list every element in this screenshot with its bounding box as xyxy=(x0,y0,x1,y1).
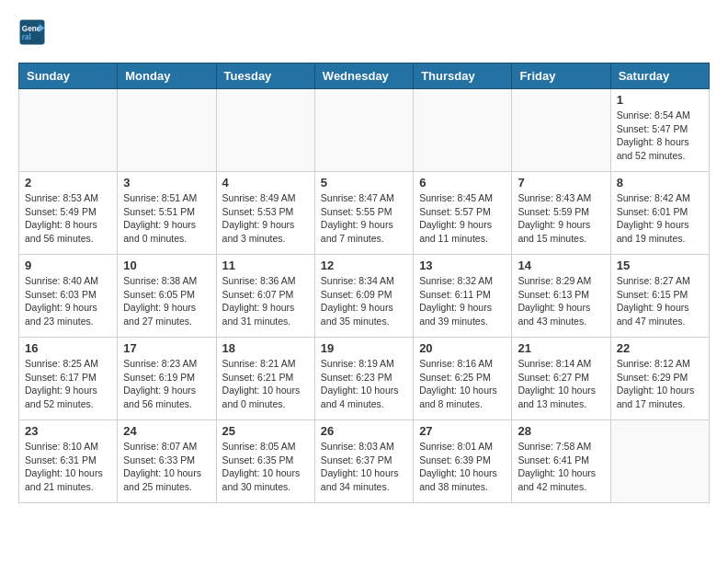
day-number: 14 xyxy=(518,259,604,272)
day-number: 6 xyxy=(419,176,506,190)
day-number: 5 xyxy=(321,176,407,190)
calendar-cell: 19Sunrise: 8:19 AM Sunset: 6:23 PM Dayli… xyxy=(314,338,413,420)
calendar-cell: 3Sunrise: 8:51 AM Sunset: 5:51 PM Daylig… xyxy=(118,172,216,255)
day-number: 4 xyxy=(222,176,309,190)
calendar-cell: 4Sunrise: 8:49 AM Sunset: 5:53 PM Daylig… xyxy=(216,172,314,255)
day-number: 11 xyxy=(222,259,309,272)
day-number: 17 xyxy=(123,341,210,355)
calendar-cell: 2Sunrise: 8:53 AM Sunset: 5:49 PM Daylig… xyxy=(19,172,118,255)
day-info: Sunrise: 8:03 AM Sunset: 6:37 PM Dayligh… xyxy=(321,440,407,494)
calendar-cell: 20Sunrise: 8:16 AM Sunset: 6:25 PM Dayli… xyxy=(414,338,512,420)
day-number: 27 xyxy=(419,424,506,438)
day-info: Sunrise: 8:53 AM Sunset: 5:49 PM Dayligh… xyxy=(25,191,111,246)
day-info: Sunrise: 8:07 AM Sunset: 6:33 PM Dayligh… xyxy=(123,440,210,494)
day-info: Sunrise: 8:29 AM Sunset: 6:13 PM Dayligh… xyxy=(518,274,604,328)
day-number: 19 xyxy=(321,341,407,355)
day-info: Sunrise: 8:36 AM Sunset: 6:07 PM Dayligh… xyxy=(222,274,309,328)
calendar-cell xyxy=(512,89,610,172)
calendar-cell: 24Sunrise: 8:07 AM Sunset: 6:33 PM Dayli… xyxy=(118,420,216,503)
calendar-cell: 27Sunrise: 8:01 AM Sunset: 6:39 PM Dayli… xyxy=(414,420,512,503)
day-info: Sunrise: 8:25 AM Sunset: 6:17 PM Dayligh… xyxy=(25,357,111,411)
calendar-cell: 8Sunrise: 8:42 AM Sunset: 6:01 PM Daylig… xyxy=(610,172,709,255)
day-info: Sunrise: 8:43 AM Sunset: 5:59 PM Dayligh… xyxy=(518,191,604,246)
calendar-cell xyxy=(216,89,314,172)
calendar-cell: 18Sunrise: 8:21 AM Sunset: 6:21 PM Dayli… xyxy=(216,338,314,420)
calendar-cell: 12Sunrise: 8:34 AM Sunset: 6:09 PM Dayli… xyxy=(314,255,413,338)
day-info: Sunrise: 8:05 AM Sunset: 6:35 PM Dayligh… xyxy=(222,440,309,494)
calendar-cell xyxy=(314,89,413,172)
day-number: 18 xyxy=(222,341,309,355)
calendar-cell: 21Sunrise: 8:14 AM Sunset: 6:27 PM Dayli… xyxy=(512,338,610,420)
day-number: 2 xyxy=(25,176,111,190)
day-info: Sunrise: 8:40 AM Sunset: 6:03 PM Dayligh… xyxy=(25,274,111,328)
day-info: Sunrise: 8:49 AM Sunset: 5:53 PM Dayligh… xyxy=(222,191,309,246)
calendar-cell: 25Sunrise: 8:05 AM Sunset: 6:35 PM Dayli… xyxy=(216,420,314,503)
day-number: 7 xyxy=(518,176,604,190)
calendar-cell: 1Sunrise: 8:54 AM Sunset: 5:47 PM Daylig… xyxy=(610,89,709,172)
calendar-cell: 26Sunrise: 8:03 AM Sunset: 6:37 PM Dayli… xyxy=(314,420,413,503)
calendar-cell: 17Sunrise: 8:23 AM Sunset: 6:19 PM Dayli… xyxy=(118,338,216,420)
calendar-cell: 7Sunrise: 8:43 AM Sunset: 5:59 PM Daylig… xyxy=(512,172,610,255)
day-number: 28 xyxy=(518,424,604,438)
calendar-cell: 6Sunrise: 8:45 AM Sunset: 5:57 PM Daylig… xyxy=(414,172,512,255)
day-info: Sunrise: 8:51 AM Sunset: 5:51 PM Dayligh… xyxy=(123,191,210,246)
calendar-cell: 14Sunrise: 8:29 AM Sunset: 6:13 PM Dayli… xyxy=(512,255,610,338)
day-number: 9 xyxy=(25,259,111,272)
calendar-cell xyxy=(118,89,216,172)
calendar-cell: 9Sunrise: 8:40 AM Sunset: 6:03 PM Daylig… xyxy=(19,255,118,338)
day-number: 26 xyxy=(321,424,407,438)
day-number: 24 xyxy=(123,424,210,438)
calendar-cell: 10Sunrise: 8:38 AM Sunset: 6:05 PM Dayli… xyxy=(118,255,216,338)
day-info: Sunrise: 8:38 AM Sunset: 6:05 PM Dayligh… xyxy=(123,274,210,328)
day-info: Sunrise: 8:01 AM Sunset: 6:39 PM Dayligh… xyxy=(419,440,506,494)
day-number: 8 xyxy=(617,176,703,190)
calendar-cell: 5Sunrise: 8:47 AM Sunset: 5:55 PM Daylig… xyxy=(314,172,413,255)
calendar-cell: 11Sunrise: 8:36 AM Sunset: 6:07 PM Dayli… xyxy=(216,255,314,338)
day-number: 25 xyxy=(222,424,309,438)
day-info: Sunrise: 8:12 AM Sunset: 6:29 PM Dayligh… xyxy=(617,357,703,411)
day-number: 10 xyxy=(123,259,210,272)
day-info: Sunrise: 8:34 AM Sunset: 6:09 PM Dayligh… xyxy=(321,274,407,328)
weekday-header-tuesday: Tuesday xyxy=(216,63,314,89)
day-info: Sunrise: 8:19 AM Sunset: 6:23 PM Dayligh… xyxy=(321,357,407,411)
calendar-cell: 15Sunrise: 8:27 AM Sunset: 6:15 PM Dayli… xyxy=(610,255,709,338)
day-number: 1 xyxy=(617,93,703,107)
svg-text:ral: ral xyxy=(22,33,31,41)
calendar-cell: 28Sunrise: 7:58 AM Sunset: 6:41 PM Dayli… xyxy=(512,420,610,503)
day-number: 12 xyxy=(321,259,407,272)
weekday-header-thursday: Thursday xyxy=(414,63,512,89)
day-info: Sunrise: 8:14 AM Sunset: 6:27 PM Dayligh… xyxy=(518,357,604,411)
calendar-cell: 23Sunrise: 8:10 AM Sunset: 6:31 PM Dayli… xyxy=(19,420,118,503)
day-number: 23 xyxy=(25,424,111,438)
day-number: 13 xyxy=(419,259,506,272)
day-info: Sunrise: 8:32 AM Sunset: 6:11 PM Dayligh… xyxy=(419,274,506,328)
calendar-cell xyxy=(414,89,512,172)
day-info: Sunrise: 8:10 AM Sunset: 6:31 PM Dayligh… xyxy=(25,440,111,494)
calendar-cell: 13Sunrise: 8:32 AM Sunset: 6:11 PM Dayli… xyxy=(414,255,512,338)
day-info: Sunrise: 8:21 AM Sunset: 6:21 PM Dayligh… xyxy=(222,357,309,411)
weekday-header-saturday: Saturday xyxy=(610,63,709,89)
day-number: 15 xyxy=(617,259,703,272)
weekday-header-friday: Friday xyxy=(512,63,610,89)
day-info: Sunrise: 8:47 AM Sunset: 5:55 PM Dayligh… xyxy=(321,191,407,246)
weekday-header-monday: Monday xyxy=(118,63,216,89)
day-number: 21 xyxy=(518,341,604,355)
day-info: Sunrise: 8:54 AM Sunset: 5:47 PM Dayligh… xyxy=(617,109,703,163)
svg-text:Gene: Gene xyxy=(22,25,41,33)
day-number: 3 xyxy=(123,176,210,190)
day-info: Sunrise: 8:27 AM Sunset: 6:15 PM Dayligh… xyxy=(617,274,703,328)
calendar: SundayMondayTuesdayWednesdayThursdayFrid… xyxy=(18,63,710,503)
day-number: 22 xyxy=(617,341,703,355)
day-info: Sunrise: 8:16 AM Sunset: 6:25 PM Dayligh… xyxy=(419,357,506,411)
logo-icon: Gene ral xyxy=(18,18,46,46)
day-info: Sunrise: 8:45 AM Sunset: 5:57 PM Dayligh… xyxy=(419,191,506,246)
day-info: Sunrise: 8:42 AM Sunset: 6:01 PM Dayligh… xyxy=(617,191,703,246)
calendar-cell xyxy=(19,89,118,172)
day-info: Sunrise: 8:23 AM Sunset: 6:19 PM Dayligh… xyxy=(123,357,210,411)
calendar-cell: 22Sunrise: 8:12 AM Sunset: 6:29 PM Dayli… xyxy=(610,338,709,420)
day-info: Sunrise: 7:58 AM Sunset: 6:41 PM Dayligh… xyxy=(518,440,604,494)
weekday-header-sunday: Sunday xyxy=(19,63,118,89)
calendar-cell xyxy=(610,420,709,503)
day-number: 16 xyxy=(25,341,111,355)
day-number: 20 xyxy=(419,341,506,355)
